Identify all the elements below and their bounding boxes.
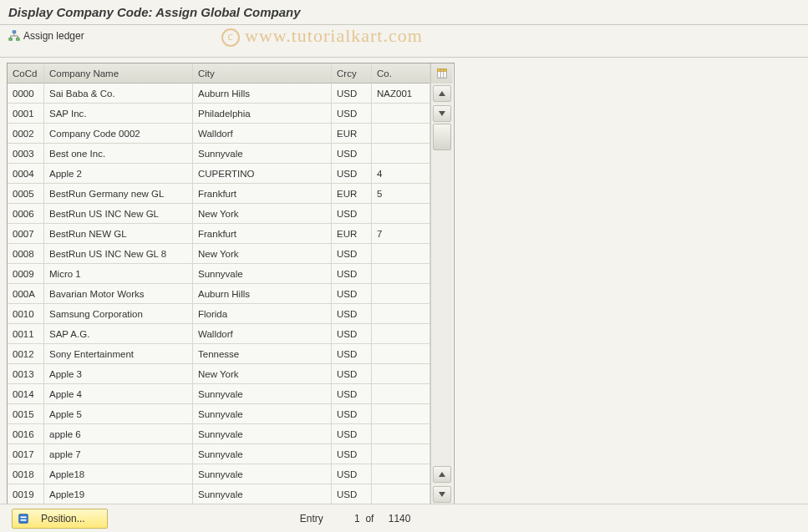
cell-cocd[interactable]: 0011 xyxy=(8,324,44,344)
cell-currency[interactable]: USD xyxy=(332,304,372,324)
cell-currency[interactable]: EUR xyxy=(332,124,372,144)
cell-company-name[interactable]: BestRun US INC New GL 8 xyxy=(44,244,193,264)
cell-currency[interactable]: USD xyxy=(332,84,372,104)
cell-currency[interactable]: USD xyxy=(332,204,372,224)
cell-company[interactable] xyxy=(372,144,430,164)
position-button[interactable]: Position... xyxy=(12,509,108,529)
table-row[interactable]: 0003Best one Inc.SunnyvaleUSD xyxy=(8,144,430,164)
cell-company[interactable]: NAZ001 xyxy=(372,84,430,104)
cell-company-name[interactable]: Bavarian Motor Works xyxy=(44,284,193,304)
table-row[interactable]: 0005BestRun Germany new GLFrankfurtEUR5 xyxy=(8,184,430,204)
col-header-cocd[interactable]: CoCd xyxy=(8,63,44,84)
table-row[interactable]: 0018Apple18SunnyvaleUSD xyxy=(8,464,430,484)
cell-company-name[interactable]: Sony Entertainment xyxy=(44,344,193,364)
scroll-up-step-button[interactable] xyxy=(433,466,451,483)
cell-cocd[interactable]: 0019 xyxy=(8,484,44,504)
cell-city[interactable]: Walldorf xyxy=(193,124,332,144)
cell-company-name[interactable]: Sai Baba & Co. xyxy=(44,84,193,104)
cell-company[interactable] xyxy=(372,364,430,384)
cell-currency[interactable]: USD xyxy=(332,344,372,364)
cell-currency[interactable]: EUR xyxy=(332,184,372,204)
cell-company[interactable] xyxy=(372,204,430,224)
cell-city[interactable]: Tennesse xyxy=(193,344,332,364)
table-settings-button[interactable] xyxy=(431,63,453,84)
cell-cocd[interactable]: 000A xyxy=(8,284,44,304)
cell-currency[interactable]: USD xyxy=(332,384,372,404)
table-row[interactable]: 0015Apple 5SunnyvaleUSD xyxy=(8,404,430,424)
cell-company-name[interactable]: SAP Inc. xyxy=(44,104,193,124)
cell-currency[interactable]: USD xyxy=(332,104,372,124)
cell-city[interactable]: Sunnyvale xyxy=(193,444,332,464)
cell-city[interactable]: New York xyxy=(193,244,332,264)
table-row[interactable]: 0011SAP A.G.WalldorfUSD xyxy=(8,324,430,344)
cell-company[interactable] xyxy=(372,404,430,424)
cell-company[interactable] xyxy=(372,344,430,364)
table-row[interactable]: 0019Apple19SunnyvaleUSD xyxy=(8,484,430,504)
cell-company[interactable]: 5 xyxy=(372,184,430,204)
table-row[interactable]: 0012Sony EntertainmentTennesseUSD xyxy=(8,344,430,364)
cell-city[interactable]: Frankfurt xyxy=(193,224,332,244)
cell-company-name[interactable]: Samsung Corporation xyxy=(44,304,193,324)
cell-company[interactable] xyxy=(372,324,430,344)
cell-city[interactable]: Sunnyvale xyxy=(193,484,332,504)
cell-company-name[interactable]: Apple19 xyxy=(44,484,193,504)
cell-cocd[interactable]: 0000 xyxy=(8,84,44,104)
cell-city[interactable]: Florida xyxy=(193,304,332,324)
cell-company-name[interactable]: Apple18 xyxy=(44,464,193,484)
cell-company-name[interactable]: Best one Inc. xyxy=(44,144,193,164)
cell-cocd[interactable]: 0016 xyxy=(8,424,44,444)
cell-company-name[interactable]: Apple 5 xyxy=(44,404,193,424)
cell-company-name[interactable]: Company Code 0002 xyxy=(44,124,193,144)
cell-company[interactable] xyxy=(372,384,430,404)
col-header-company[interactable]: Co. xyxy=(372,63,430,84)
cell-company[interactable] xyxy=(372,484,430,504)
cell-cocd[interactable]: 0015 xyxy=(8,404,44,424)
cell-currency[interactable]: USD xyxy=(332,324,372,344)
cell-cocd[interactable]: 0009 xyxy=(8,264,44,284)
cell-city[interactable]: Frankfurt xyxy=(193,184,332,204)
cell-city[interactable]: CUPERTINO xyxy=(193,164,332,184)
cell-city[interactable]: New York xyxy=(193,364,332,384)
cell-cocd[interactable]: 0012 xyxy=(8,344,44,364)
cell-cocd[interactable]: 0018 xyxy=(8,464,44,484)
table-row[interactable]: 0017apple 7SunnyvaleUSD xyxy=(8,444,430,464)
cell-company-name[interactable]: BestRun Germany new GL xyxy=(44,184,193,204)
cell-company-name[interactable]: apple 6 xyxy=(44,424,193,444)
cell-company-name[interactable]: Apple 4 xyxy=(44,384,193,404)
scroll-down-step-button[interactable] xyxy=(433,105,451,122)
cell-currency[interactable]: USD xyxy=(332,284,372,304)
cell-company[interactable] xyxy=(372,124,430,144)
cell-cocd[interactable]: 0006 xyxy=(8,204,44,224)
cell-currency[interactable]: USD xyxy=(332,424,372,444)
cell-company-name[interactable]: SAP A.G. xyxy=(44,324,193,344)
cell-company[interactable]: 4 xyxy=(372,164,430,184)
cell-city[interactable]: New York xyxy=(193,204,332,224)
cell-company-name[interactable]: Apple 2 xyxy=(44,164,193,184)
cell-city[interactable]: Sunnyvale xyxy=(193,144,332,164)
cell-company[interactable] xyxy=(372,284,430,304)
cell-cocd[interactable]: 0014 xyxy=(8,384,44,404)
cell-city[interactable]: Auburn Hills xyxy=(193,84,332,104)
cell-city[interactable]: Sunnyvale xyxy=(193,464,332,484)
table-row[interactable]: 0014Apple 4SunnyvaleUSD xyxy=(8,384,430,404)
cell-currency[interactable]: USD xyxy=(332,404,372,424)
cell-cocd[interactable]: 0013 xyxy=(8,364,44,384)
table-row[interactable]: 0016apple 6SunnyvaleUSD xyxy=(8,424,430,444)
vertical-scrollbar[interactable] xyxy=(431,84,453,504)
table-row[interactable]: 0004Apple 2CUPERTINOUSD4 xyxy=(8,164,430,184)
table-row[interactable]: 0006BestRun US INC New GLNew YorkUSD xyxy=(8,204,430,224)
cell-currency[interactable]: USD xyxy=(332,244,372,264)
col-header-company-name[interactable]: Company Name xyxy=(44,63,193,84)
col-header-city[interactable]: City xyxy=(193,63,332,84)
cell-cocd[interactable]: 0017 xyxy=(8,444,44,464)
cell-cocd[interactable]: 0005 xyxy=(8,184,44,204)
cell-cocd[interactable]: 0007 xyxy=(8,224,44,244)
cell-city[interactable]: Sunnyvale xyxy=(193,264,332,284)
table-row[interactable]: 0010Samsung CorporationFloridaUSD xyxy=(8,304,430,324)
cell-company-name[interactable]: Micro 1 xyxy=(44,264,193,284)
cell-city[interactable]: Auburn Hills xyxy=(193,284,332,304)
cell-cocd[interactable]: 0001 xyxy=(8,104,44,124)
cell-city[interactable]: Walldorf xyxy=(193,324,332,344)
cell-currency[interactable]: USD xyxy=(332,444,372,464)
cell-company-name[interactable]: Apple 3 xyxy=(44,364,193,384)
